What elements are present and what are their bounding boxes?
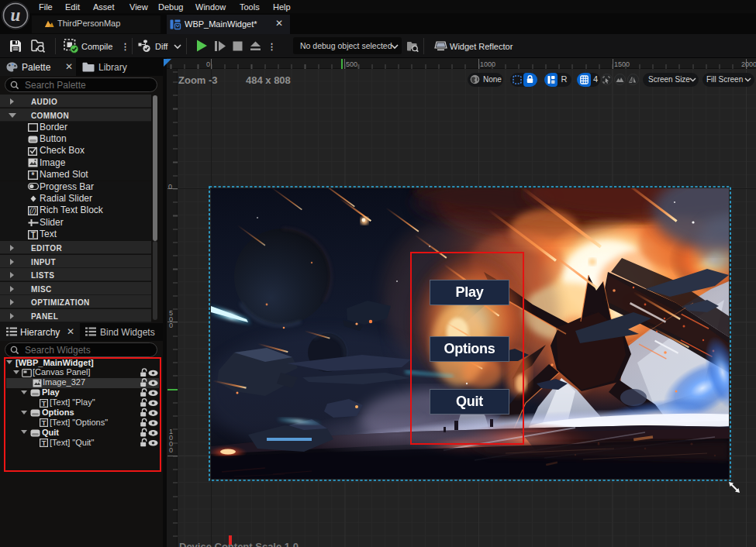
svg-text:*: * [32,171,35,180]
svg-text:(/): (/) [29,207,36,215]
svg-text:T: T [31,231,36,239]
svg-text:T: T [42,399,47,407]
svg-text:T: T [42,439,47,447]
svg-text:T: T [42,419,47,427]
svg-text:u: u [11,5,21,25]
